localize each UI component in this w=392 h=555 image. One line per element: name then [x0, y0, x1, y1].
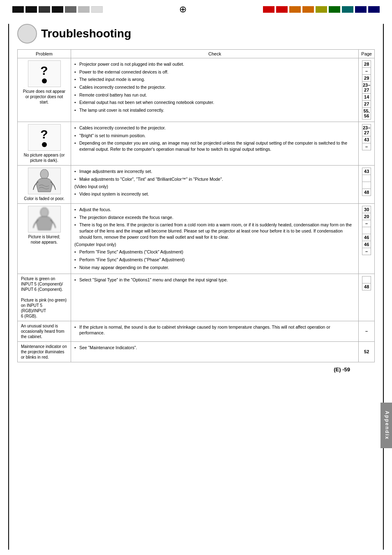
check-cell-2: Cables incorrectly connected to the proj…: [71, 122, 359, 166]
top-decoration: ⊕: [0, 0, 392, 16]
check-list-5: Select "Signal Type" in the "Options1" m…: [74, 276, 355, 284]
problem-cell-2: ? No picture appears (orpicture is dark)…: [18, 122, 71, 166]
list-item: Perform "Fine Sync" Adjustments ("Phase"…: [74, 256, 355, 264]
compass-icon: ⊕: [179, 4, 187, 15]
page-cell-4: 30 20 – 46 46 –: [359, 204, 375, 274]
list-item: The lamp unit cover is not installed cor…: [74, 106, 355, 114]
check-list-3: Image adjustments are incorrectly set. M…: [74, 168, 355, 183]
table-row: ? Picure does not appearor projector doe…: [18, 58, 375, 122]
problem-cell-5: Picture is green onINPUT 5 (Component)/I…: [18, 274, 71, 321]
table-row: ? No picture appears (orpicture is dark)…: [18, 122, 375, 166]
list-item: The selected input mode is wrong.: [74, 76, 355, 83]
problem-cell-3: Color is faded or poor.: [18, 166, 71, 204]
right-bars: [263, 6, 380, 13]
page-cell-5: 48: [359, 274, 375, 321]
video-input-label: (Video Input only): [74, 183, 355, 190]
title-circle-icon: [17, 24, 37, 44]
problem-cell-6: An unusual sound isoccasionally heard fr…: [18, 321, 71, 341]
question-mark-icon: ?: [40, 128, 48, 140]
list-item: Cables incorrectly connected to the proj…: [74, 83, 355, 91]
list-item: If the picture is normal, the sound is d…: [74, 323, 355, 337]
list-item: Power to the external connected devices …: [74, 68, 355, 76]
table-row: Color is faded or poor. Image adjustment…: [18, 166, 375, 204]
check-list-6: If the picture is normal, the sound is d…: [74, 323, 355, 337]
computer-input-label: (Computer Input only): [74, 241, 355, 248]
table-row: Picture is green onINPUT 5 (Component)/I…: [18, 274, 375, 321]
title-section: Troubleshooting: [17, 24, 375, 44]
list-item: Perform "Fine Sync" Adjustments ("Clock"…: [74, 248, 355, 256]
left-bars: [12, 6, 103, 13]
check-cell-4: Adjust the focus. The projection distanc…: [71, 204, 359, 274]
check-list-1: Projector power cord is not plugged into…: [74, 60, 355, 114]
question-mark-icon: ?: [40, 64, 48, 77]
list-item: Select "Signal Type" in the "Options1" m…: [74, 276, 355, 284]
problem-label-2: No picture appears (orpicture is dark).: [21, 152, 67, 163]
list-item: There is fog on the lens. If the project…: [74, 221, 355, 241]
check-cell-1: Projector power cord is not plugged into…: [71, 58, 359, 122]
bullet-dot-icon: [42, 78, 47, 83]
list-item: Image adjustments are incorrectly set.: [74, 168, 355, 175]
problem-label-3: Color is faded or poor.: [21, 196, 67, 201]
problem-icon-1: ?: [28, 60, 61, 87]
page-badge: (E) -59: [334, 366, 350, 373]
page-cell-6: –: [359, 321, 375, 341]
problem-label-6: An unusual sound isoccasionally heard fr…: [21, 323, 67, 339]
color-faded-icon: [28, 168, 61, 194]
problem-cell-4: Picture is blurred;noise appears.: [18, 204, 71, 274]
check-list-3b: Video input system is incorrectly set.: [74, 190, 355, 198]
check-cell-7: See "Maintenance Indicators".: [71, 341, 359, 362]
list-item: See "Maintenance Indicators".: [74, 344, 355, 352]
check-list-4b: Perform "Fine Sync" Adjustments ("Clock"…: [74, 248, 355, 271]
page-cell-3: 43 48: [359, 166, 375, 204]
problem-label-4: Picture is blurred;noise appears.: [21, 234, 67, 245]
header-check: Check: [71, 50, 359, 58]
page-frame: Troubleshooting Problem Check Page ? Pic…: [8, 24, 384, 550]
list-item: External output has not been set when co…: [74, 99, 355, 106]
list-item: Remote control battery has run out.: [74, 91, 355, 99]
list-item: "Bright" is set to minimum position.: [74, 132, 355, 140]
list-item: Noise may appear depending on the comput…: [74, 264, 355, 272]
check-cell-6: If the picture is normal, the sound is d…: [71, 321, 359, 341]
list-item: Depending on the computer you are using,…: [74, 139, 355, 153]
problem-label-1: Picure does not appearor projector does …: [21, 89, 67, 105]
table-row: Maintenance indicator onthe projector il…: [18, 341, 375, 362]
page-title: Troubleshooting: [41, 27, 131, 40]
appendix-area: (E) -59: [17, 366, 375, 373]
problem-label-5: Picture is green onINPUT 5 (Component)/I…: [21, 276, 67, 319]
appendix-tab: Appendix: [380, 403, 392, 448]
table-row: Picture is blurred;noise appears. Adjust…: [18, 204, 375, 274]
blurred-icon: [28, 206, 61, 233]
list-item: The projection distance exceeds the focu…: [74, 214, 355, 221]
header-problem: Problem: [18, 50, 71, 58]
check-list-7: See "Maintenance Indicators".: [74, 344, 355, 352]
list-item: Video input system is incorrectly set.: [74, 190, 355, 198]
check-list-4: Adjust the focus. The projection distanc…: [74, 206, 355, 241]
list-item: Cables incorrectly connected to the proj…: [74, 124, 355, 132]
page-cell-1: 28 – 29 23–27 14 27 55, 56: [359, 58, 375, 122]
table-row: An unusual sound isoccasionally heard fr…: [18, 321, 375, 341]
svg-point-0: [40, 169, 48, 179]
problem-cell-7: Maintenance indicator onthe projector il…: [18, 341, 71, 362]
list-item: Adjust the focus.: [74, 206, 355, 214]
list-item: Make adjustments to "Color", "Tint" and …: [74, 175, 355, 183]
page-cell-2: 23–27 43 –: [359, 122, 375, 166]
header-page: Page: [359, 50, 375, 58]
svg-point-1: [40, 207, 48, 217]
problem-icon-2: ?: [28, 124, 61, 151]
problem-label-7: Maintenance indicator onthe projector il…: [21, 344, 67, 360]
check-list-2: Cables incorrectly connected to the proj…: [74, 124, 355, 153]
check-cell-5: Select "Signal Type" in the "Options1" m…: [71, 274, 359, 321]
check-cell-3: Image adjustments are incorrectly set. M…: [71, 166, 359, 204]
problem-cell-1: ? Picure does not appearor projector doe…: [18, 58, 71, 122]
page-cell-7: 52: [359, 341, 375, 362]
troubleshooting-table: Problem Check Page ? Picure does not app…: [17, 49, 375, 362]
bullet-dot-icon: [42, 142, 47, 147]
list-item: Projector power cord is not plugged into…: [74, 60, 355, 68]
